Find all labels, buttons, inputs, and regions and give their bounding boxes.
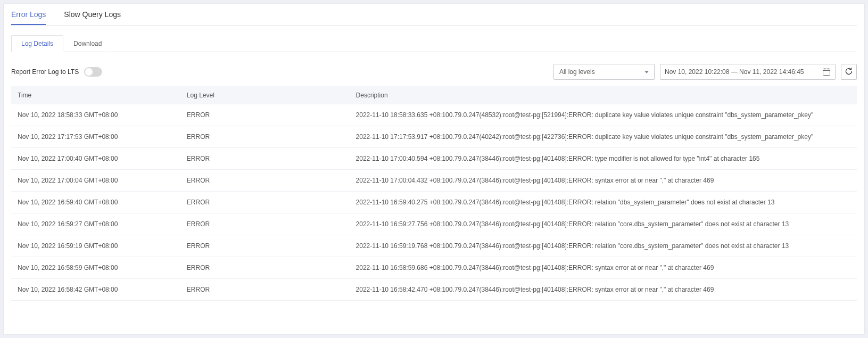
calendar-icon — [822, 68, 831, 76]
refresh-button[interactable] — [841, 64, 857, 80]
cell-description: 2022-11-10 16:58:42.470 +08:100.79.0.247… — [350, 279, 857, 301]
tab-log-details[interactable]: Log Details — [11, 35, 63, 52]
table-row: Nov 10, 2022 16:59:19 GMT+08:00ERROR2022… — [11, 235, 857, 257]
table-row: Nov 10, 2022 16:59:27 GMT+08:00ERROR2022… — [11, 213, 857, 235]
cell-description: 2022-11-10 17:00:04.432 +08:100.79.0.247… — [350, 170, 857, 192]
table-row: Nov 10, 2022 17:00:40 GMT+08:00ERROR2022… — [11, 148, 857, 170]
cell-description: 2022-11-10 16:58:59.686 +08:100.79.0.247… — [350, 257, 857, 279]
secondary-tabs: Log Details Download — [11, 35, 857, 52]
cell-level: ERROR — [180, 257, 350, 279]
tab-download[interactable]: Download — [63, 35, 112, 52]
report-lts-label: Report Error Log to LTS — [11, 68, 79, 76]
cell-level: ERROR — [180, 170, 350, 192]
log-table: Time Log Level Description Nov 10, 2022 … — [11, 86, 857, 301]
table-row: Nov 10, 2022 17:17:53 GMT+08:00ERROR2022… — [11, 126, 857, 148]
col-header-description: Description — [350, 86, 857, 104]
col-header-level: Log Level — [180, 86, 350, 104]
col-header-time: Time — [11, 86, 180, 104]
table-row: Nov 10, 2022 18:58:33 GMT+08:00ERROR2022… — [11, 104, 857, 126]
table-header-row: Time Log Level Description — [11, 86, 857, 104]
cell-level: ERROR — [180, 148, 350, 170]
primary-tabs: Error Logs Slow Query Logs — [11, 4, 857, 26]
cell-description: 2022-11-10 18:58:33.635 +08:100.79.0.247… — [350, 104, 857, 126]
cell-time: Nov 10, 2022 17:17:53 GMT+08:00 — [11, 126, 180, 148]
cell-time: Nov 10, 2022 16:59:27 GMT+08:00 — [11, 213, 180, 235]
table-row: Nov 10, 2022 16:59:40 GMT+08:00ERROR2022… — [11, 192, 857, 213]
date-range-text: Nov 10, 2022 10:22:08 — Nov 11, 2022 14:… — [665, 68, 819, 76]
logs-panel: Error Logs Slow Query Logs Log Details D… — [3, 3, 865, 335]
cell-time: Nov 10, 2022 16:59:40 GMT+08:00 — [11, 192, 180, 213]
cell-level: ERROR — [180, 192, 350, 213]
log-level-selected-text: All log levels — [559, 68, 595, 76]
cell-level: ERROR — [180, 213, 350, 235]
cell-time: Nov 10, 2022 17:00:40 GMT+08:00 — [11, 148, 180, 170]
cell-time: Nov 10, 2022 16:58:42 GMT+08:00 — [11, 279, 180, 301]
table-row: Nov 10, 2022 16:58:59 GMT+08:00ERROR2022… — [11, 257, 857, 279]
report-lts-toggle[interactable] — [84, 67, 102, 77]
cell-level: ERROR — [180, 279, 350, 301]
cell-description: 2022-11-10 17:00:40.594 +08:100.79.0.247… — [350, 148, 857, 170]
cell-level: ERROR — [180, 126, 350, 148]
tabs2-spacer — [112, 35, 857, 52]
cell-time: Nov 10, 2022 16:59:19 GMT+08:00 — [11, 235, 180, 257]
refresh-icon — [845, 67, 853, 77]
tab-error-logs[interactable]: Error Logs — [11, 10, 46, 25]
cell-time: Nov 10, 2022 18:58:33 GMT+08:00 — [11, 104, 180, 126]
table-row: Nov 10, 2022 16:58:42 GMT+08:00ERROR2022… — [11, 279, 857, 301]
cell-level: ERROR — [180, 104, 350, 126]
cell-description: 2022-11-10 17:17:53.917 +08:100.79.0.247… — [350, 126, 857, 148]
cell-time: Nov 10, 2022 16:58:59 GMT+08:00 — [11, 257, 180, 279]
cell-description: 2022-11-10 16:59:40.275 +08:100.79.0.247… — [350, 192, 857, 213]
cell-level: ERROR — [180, 235, 350, 257]
cell-description: 2022-11-10 16:59:19.768 +08:100.79.0.247… — [350, 235, 857, 257]
tab-slow-query-logs[interactable]: Slow Query Logs — [64, 10, 121, 25]
log-level-select[interactable]: All log levels — [553, 64, 655, 80]
date-range-picker[interactable]: Nov 10, 2022 10:22:08 — Nov 11, 2022 14:… — [660, 64, 836, 80]
svg-rect-0 — [823, 69, 830, 76]
cell-time: Nov 10, 2022 17:00:04 GMT+08:00 — [11, 170, 180, 192]
cell-description: 2022-11-10 16:59:27.756 +08:100.79.0.247… — [350, 213, 857, 235]
chevron-down-icon — [644, 71, 649, 73]
controls-row: Report Error Log to LTS All log levels N… — [11, 64, 857, 80]
table-row: Nov 10, 2022 17:00:04 GMT+08:00ERROR2022… — [11, 170, 857, 192]
